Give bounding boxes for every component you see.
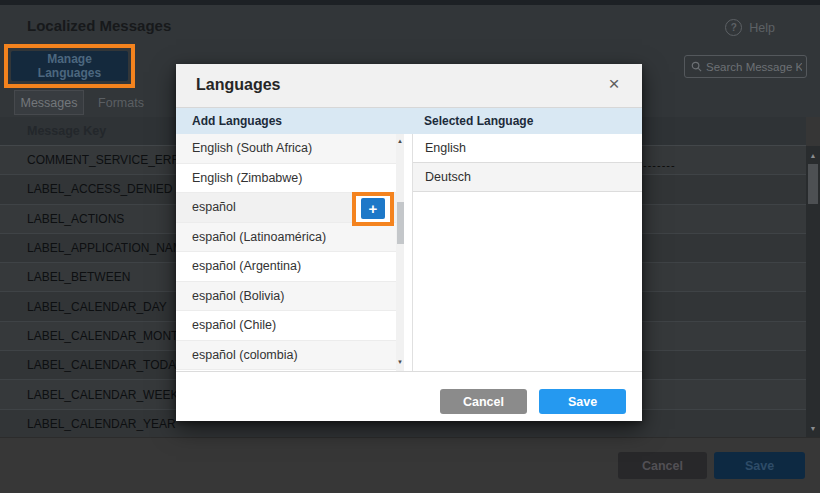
language-option-label: español bbox=[192, 200, 236, 214]
modal-body: English (South Africa) English (Zimbabwe… bbox=[176, 134, 642, 371]
manage-languages-highlight: Manage Languages bbox=[4, 44, 135, 88]
language-option-label: español (Bolivia) bbox=[192, 289, 284, 303]
add-languages-list: English (South Africa) English (Zimbabwe… bbox=[176, 134, 396, 371]
selected-language-header: Selected Language bbox=[424, 114, 533, 128]
language-option-label: español (Argentina) bbox=[192, 259, 301, 273]
modal-footer: Cancel Save bbox=[176, 371, 642, 421]
languages-modal: Languages × Add Languages Selected Langu… bbox=[176, 64, 642, 421]
language-option[interactable]: español (Chile) bbox=[176, 311, 396, 341]
modal-save-button[interactable]: Save bbox=[539, 389, 626, 414]
modal-column-headers: Add Languages Selected Language bbox=[176, 108, 642, 134]
manage-languages-button[interactable]: Manage Languages bbox=[11, 51, 128, 81]
language-option-label: español (colombia) bbox=[192, 348, 298, 362]
app-window: Localized Messages ? Help Manage Languag… bbox=[0, 0, 820, 493]
modal-header: Languages × bbox=[176, 64, 642, 108]
selected-language-label: English bbox=[425, 141, 466, 155]
modal-list-scrollbar[interactable]: ▲ ▼ bbox=[396, 134, 404, 371]
add-language-button[interactable]: + bbox=[361, 198, 385, 219]
selected-language-item[interactable]: English bbox=[413, 134, 642, 163]
language-option[interactable]: español (Bolivia) bbox=[176, 282, 396, 312]
modal-title: Languages bbox=[196, 76, 280, 94]
language-option-label: English (South Africa) bbox=[192, 141, 312, 155]
scrollbar-thumb[interactable] bbox=[397, 202, 404, 244]
scroll-up-icon[interactable]: ▲ bbox=[396, 136, 404, 146]
add-button-highlight: + bbox=[352, 192, 394, 226]
language-option[interactable]: español (Argentina) bbox=[176, 252, 396, 282]
selected-languages-list: English Deutsch bbox=[412, 134, 642, 371]
language-option[interactable]: English (Zimbabwe) bbox=[176, 164, 396, 194]
modal-cancel-button[interactable]: Cancel bbox=[440, 389, 527, 414]
selected-language-item[interactable]: Deutsch bbox=[413, 163, 642, 192]
language-option-label: English (Zimbabwe) bbox=[192, 171, 302, 185]
language-option-label: español (Latinoamérica) bbox=[192, 230, 326, 244]
language-option-label: español (Chile) bbox=[192, 318, 276, 332]
add-languages-header: Add Languages bbox=[192, 114, 282, 128]
language-option[interactable]: English (South Africa) bbox=[176, 134, 396, 164]
close-icon[interactable]: × bbox=[602, 72, 626, 96]
scroll-down-icon[interactable]: ▼ bbox=[396, 357, 404, 367]
language-option[interactable]: español (Latinoamérica) bbox=[176, 223, 396, 253]
language-option[interactable]: español (colombia) bbox=[176, 341, 396, 371]
selected-language-label: Deutsch bbox=[425, 170, 471, 184]
